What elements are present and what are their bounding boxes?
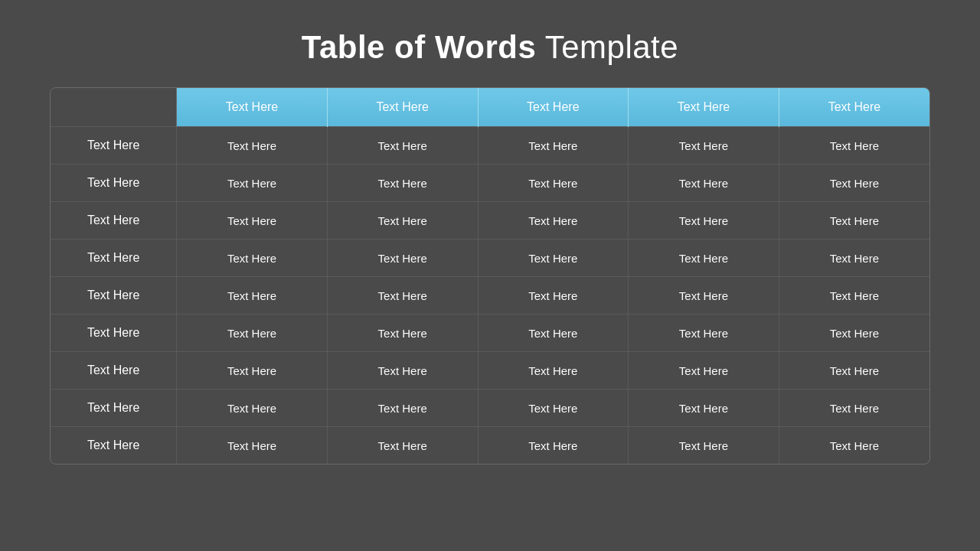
table-row: Text HereText HereText HereText HereText… <box>51 352 929 390</box>
cell-7-5: Text Here <box>779 390 929 427</box>
cell-4-2: Text Here <box>327 277 478 315</box>
cell-0-2: Text Here <box>327 127 478 165</box>
header-cell-5: Text Here <box>779 88 929 127</box>
table-row: Text HereText HereText HereText HereText… <box>51 127 929 165</box>
cell-1-5: Text Here <box>779 165 929 202</box>
cell-6-4: Text Here <box>629 352 779 390</box>
cell-5-2: Text Here <box>327 315 478 352</box>
cell-3-1: Text Here <box>177 240 328 277</box>
cell-0-0: Text Here <box>51 127 177 165</box>
table-row: Text HereText HereText HereText HereText… <box>51 390 929 427</box>
cell-8-5: Text Here <box>779 427 929 465</box>
title-normal: Template <box>536 29 678 65</box>
cell-3-5: Text Here <box>779 240 929 277</box>
cell-5-5: Text Here <box>779 315 929 352</box>
cell-6-1: Text Here <box>177 352 328 390</box>
header-cell-3: Text Here <box>478 88 629 127</box>
cell-2-5: Text Here <box>779 202 929 240</box>
cell-0-1: Text Here <box>177 127 328 165</box>
cell-1-0: Text Here <box>51 165 177 202</box>
cell-5-4: Text Here <box>629 315 779 352</box>
cell-3-4: Text Here <box>629 240 779 277</box>
cell-3-2: Text Here <box>327 240 478 277</box>
header-cell-4: Text Here <box>629 88 779 127</box>
cell-6-0: Text Here <box>51 352 177 390</box>
cell-4-4: Text Here <box>629 277 779 315</box>
cell-2-4: Text Here <box>629 202 779 240</box>
cell-8-0: Text Here <box>51 427 177 465</box>
cell-6-2: Text Here <box>327 352 478 390</box>
cell-2-0: Text Here <box>51 202 177 240</box>
table-row: Text HereText HereText HereText HereText… <box>51 202 929 240</box>
header-cell-1: Text Here <box>177 88 328 127</box>
cell-8-1: Text Here <box>177 427 328 465</box>
cell-8-2: Text Here <box>327 427 478 465</box>
table-body: Text HereText HereText HereText HereText… <box>51 127 929 465</box>
cell-4-3: Text Here <box>478 277 629 315</box>
cell-4-1: Text Here <box>177 277 328 315</box>
cell-2-2: Text Here <box>327 202 478 240</box>
cell-4-5: Text Here <box>779 277 929 315</box>
header-cell-2: Text Here <box>327 88 478 127</box>
table-row: Text HereText HereText HereText HereText… <box>51 165 929 202</box>
table-row: Text HereText HereText HereText HereText… <box>51 427 929 465</box>
cell-1-2: Text Here <box>327 165 478 202</box>
cell-2-1: Text Here <box>177 202 328 240</box>
table-row: Text HereText HereText HereText HereText… <box>51 277 929 315</box>
page-title: Table of Words Template <box>302 29 678 66</box>
cell-2-3: Text Here <box>478 202 629 240</box>
cell-5-3: Text Here <box>478 315 629 352</box>
cell-8-4: Text Here <box>629 427 779 465</box>
cell-7-1: Text Here <box>177 390 328 427</box>
table-row: Text HereText HereText HereText HereText… <box>51 240 929 277</box>
cell-7-2: Text Here <box>327 390 478 427</box>
table-row: Text HereText HereText HereText HereText… <box>51 315 929 352</box>
cell-7-4: Text Here <box>629 390 779 427</box>
cell-4-0: Text Here <box>51 277 177 315</box>
cell-1-4: Text Here <box>629 165 779 202</box>
cell-3-3: Text Here <box>478 240 629 277</box>
header-cell-0 <box>51 88 177 127</box>
header-row: Text Here Text Here Text Here Text Here … <box>51 88 929 127</box>
table-container: Text Here Text Here Text Here Text Here … <box>50 87 930 465</box>
cell-6-3: Text Here <box>478 352 629 390</box>
cell-1-3: Text Here <box>478 165 629 202</box>
cell-7-0: Text Here <box>51 390 177 427</box>
cell-5-1: Text Here <box>177 315 328 352</box>
title-bold: Table of Words <box>302 29 536 65</box>
cell-6-5: Text Here <box>779 352 929 390</box>
cell-3-0: Text Here <box>51 240 177 277</box>
cell-1-1: Text Here <box>177 165 328 202</box>
cell-0-5: Text Here <box>779 127 929 165</box>
cell-0-4: Text Here <box>629 127 779 165</box>
cell-5-0: Text Here <box>51 315 177 352</box>
cell-7-3: Text Here <box>478 390 629 427</box>
words-table: Text Here Text Here Text Here Text Here … <box>51 88 929 464</box>
cell-8-3: Text Here <box>478 427 629 465</box>
cell-0-3: Text Here <box>478 127 629 165</box>
